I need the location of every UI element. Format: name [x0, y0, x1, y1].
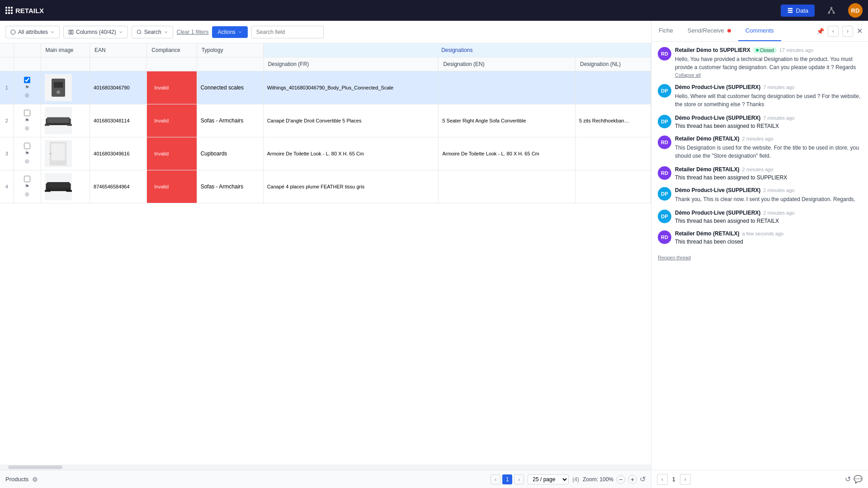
chat-btn[interactable]: 💬 [854, 475, 863, 483]
desig-fr-cell: Canapé 4 places plume FEATHER tissu gris [263, 170, 439, 203]
per-page-select[interactable]: 25 / page 50 / page 100 / page [528, 474, 569, 484]
tab-send-receive[interactable]: Send/Receive [680, 21, 738, 41]
row-circle-btn[interactable]: ◎ [24, 191, 30, 197]
row-number: 4 [0, 170, 14, 203]
right-panel-next-btn[interactable]: › [680, 474, 691, 485]
actions-btn[interactable]: Actions [212, 26, 247, 38]
svg-rect-1 [788, 10, 793, 11]
refresh-btn[interactable]: ↺ [640, 475, 646, 483]
compliance-cell: Invalid [147, 170, 197, 203]
desig-en-cell: 5 Seater Right Angle Sofa Convertible [439, 104, 576, 137]
next-page-btn[interactable]: › [514, 474, 524, 484]
columns-btn[interactable]: Columns (40/42) [63, 26, 128, 38]
comment-time: 2 minutes ago [763, 210, 794, 216]
zoom-in-btn[interactable]: + [628, 475, 637, 484]
all-attributes-btn[interactable]: All attributes [5, 26, 60, 38]
zoom-out-btn[interactable]: − [616, 475, 625, 484]
compliance-cell: Invalid [147, 71, 197, 104]
reopen-thread-btn[interactable]: Reopen thread [658, 255, 862, 260]
row-circle-btn[interactable]: ◎ [24, 158, 30, 164]
search-btn[interactable]: Search [132, 26, 173, 38]
comment-author: Retailer Démo (RETAILX) [675, 166, 739, 173]
thread-assigned: This thread has been assigned to RETAILX [675, 218, 862, 224]
typology-cell: Connected scales [197, 71, 263, 104]
invalid-badge: Invalid [151, 84, 172, 92]
tab-fiche[interactable]: Fiche [651, 21, 680, 41]
total-count: (4) [572, 476, 579, 483]
svg-rect-9 [69, 30, 71, 34]
tab-comments[interactable]: Comments [738, 21, 781, 41]
grid-icon [5, 7, 13, 14]
ean-cell: 4016803049616 [90, 137, 147, 170]
desig-fr-cell: Withings_4016803046790_Body_Plus_Connect… [263, 71, 439, 104]
app-logo[interactable]: RETAILX [5, 7, 44, 14]
row-number: 1 [0, 71, 14, 104]
comment-avatar: RD [658, 47, 671, 61]
svg-rect-18 [45, 124, 49, 126]
table-row[interactable]: 4 ⚑ ◎ 8746 [0, 170, 651, 203]
row-checkbox[interactable] [24, 143, 30, 149]
comment-avatar: DP [658, 84, 671, 98]
right-panel: Fiche Send/Receive Comments 📌 ‹ › ✕ RD [651, 21, 868, 488]
thread-assigned: This thread has been assigned to RETAILX [675, 123, 862, 129]
col-header-main-image: Main image [41, 43, 90, 57]
left-panel: All attributes Columns (40/42) Search Cl… [0, 21, 651, 488]
row-flag-btn[interactable]: ⚑ [24, 150, 30, 157]
refresh-comments-btn[interactable]: ↺ [845, 475, 851, 483]
main-layout: All attributes Columns (40/42) Search Cl… [0, 21, 868, 488]
desig-nl-cell [575, 137, 651, 170]
row-checkbox[interactable] [24, 77, 30, 83]
collapse-all-btn[interactable]: Collapse all [675, 72, 862, 78]
table-container: Main image EAN Compliance Typology Desig… [0, 43, 651, 465]
right-bottom-bar: ‹ 1 › ↺ 💬 [651, 470, 868, 488]
comment-time: 2 minutes ago [742, 167, 773, 172]
prev-arrow-btn[interactable]: ‹ [828, 26, 839, 37]
right-panel-prev-btn[interactable]: ‹ [657, 474, 668, 485]
table-row[interactable]: 1 ⚑ ◎ 4016 [0, 71, 651, 104]
topbar: RETAILX Data RD [0, 0, 868, 21]
row-checkbox[interactable] [24, 110, 30, 116]
row-checkbox-cell[interactable]: ⚑ ◎ [14, 104, 41, 137]
comment-time: 17 minutes ago [779, 47, 813, 53]
prev-page-btn[interactable]: ‹ [491, 474, 500, 484]
thread-assigned: This thread has been assigned to SUPPLIE… [675, 174, 862, 181]
thread-closed: This thread has been closed [675, 239, 862, 245]
network-tab-btn[interactable] [822, 4, 841, 17]
settings-icon[interactable]: ⚙ [32, 476, 38, 483]
horizontal-scrollbar[interactable] [0, 465, 651, 470]
scrollbar-thumb[interactable] [8, 465, 62, 469]
comment-author: Retailer Démo to SUPPLIERX [675, 47, 750, 53]
desig-nl-cell [575, 71, 651, 104]
toolbar: All attributes Columns (40/42) Search Cl… [0, 21, 651, 43]
row-checkbox-cell[interactable]: ⚑ ◎ [14, 71, 41, 104]
next-arrow-btn[interactable]: › [842, 26, 853, 37]
desig-fr-cell: Armoire De Toilette Look - L. 80 X H. 65… [263, 137, 439, 170]
table-row[interactable]: 3 ⚑ ◎ 4016 [0, 137, 651, 170]
svg-rect-10 [71, 30, 73, 34]
col-header-ean: EAN [90, 43, 147, 57]
row-flag-btn[interactable]: ⚑ [24, 117, 30, 124]
table-row[interactable]: 2 ⚑ ◎ 4016 [0, 104, 651, 137]
data-tab-btn[interactable]: Data [781, 5, 815, 17]
product-image [45, 107, 72, 134]
right-panel-page: 1 [670, 476, 678, 483]
row-checkbox-cell[interactable]: ⚑ ◎ [14, 137, 41, 170]
search-input[interactable] [251, 26, 324, 38]
row-circle-btn[interactable]: ◎ [24, 125, 30, 131]
bottom-bar: Products ⚙ ‹ 1 › 25 / page 50 / page 100… [0, 470, 651, 488]
row-flag-btn[interactable]: ⚑ [24, 84, 30, 91]
row-number: 3 [0, 137, 14, 170]
row-checkbox-cell[interactable]: ⚑ ◎ [14, 170, 41, 203]
comment-block: RD Retailer Démo (RETAILX) 2 minutes ago… [658, 166, 862, 181]
product-image-cell [41, 137, 90, 170]
comment-time: 7 minutes ago [763, 115, 794, 121]
clear-filters-btn[interactable]: Clear 1 filters [177, 29, 209, 35]
row-checkbox[interactable] [24, 176, 30, 182]
row-flag-btn[interactable]: ⚑ [24, 183, 30, 190]
close-panel-btn[interactable]: ✕ [857, 27, 863, 35]
user-avatar[interactable]: RD [848, 3, 863, 18]
comment-avatar: RD [658, 230, 671, 244]
current-page[interactable]: 1 [502, 474, 512, 484]
pin-btn[interactable]: 📌 [816, 28, 824, 35]
row-circle-btn[interactable]: ◎ [24, 92, 30, 99]
